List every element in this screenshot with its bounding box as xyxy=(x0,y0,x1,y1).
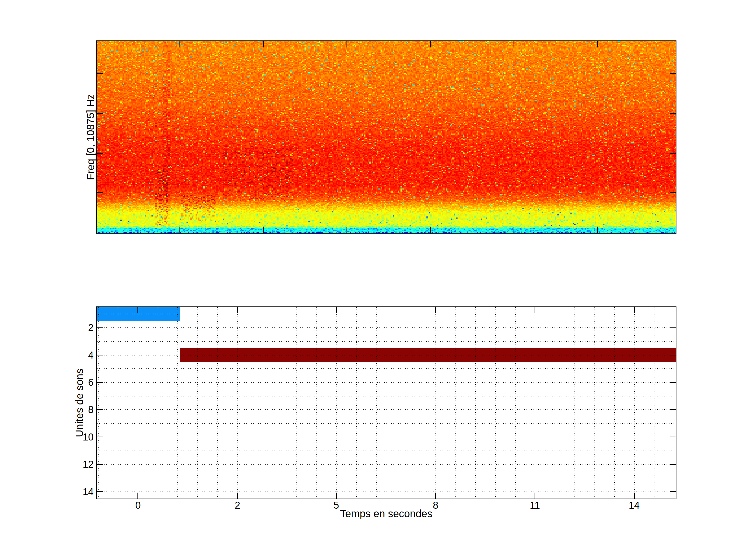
grid-line-h xyxy=(97,478,676,478)
grid-line-v xyxy=(674,307,674,499)
grid-line-v xyxy=(614,307,615,499)
spectrogram-y-tick xyxy=(670,153,676,154)
y-axis-tick xyxy=(670,436,676,437)
grid-line-v xyxy=(475,307,476,499)
x-axis-tick xyxy=(336,307,337,313)
y-axis-tick xyxy=(97,382,103,383)
grid-line-v xyxy=(634,307,635,499)
grid-line-h xyxy=(97,491,676,492)
y-axis-tick xyxy=(670,491,676,492)
spectrogram-x-tick xyxy=(597,41,598,48)
grid-line-v xyxy=(376,307,377,499)
grid-line-v xyxy=(574,307,575,499)
y-axis-tick xyxy=(97,409,103,410)
grid-line-v xyxy=(177,307,178,499)
x-tick-label: 2 xyxy=(220,499,256,511)
grid-line-v xyxy=(217,307,217,499)
spectrogram-y-tick xyxy=(670,113,676,114)
y-tick-label: 14 xyxy=(60,486,94,498)
grid-line-v xyxy=(416,307,416,499)
timeline-ylabel: Unites de sons xyxy=(73,325,85,481)
x-axis-tick xyxy=(435,307,436,313)
grid-line-v xyxy=(277,307,277,499)
grid-line-v xyxy=(118,307,118,499)
spectrogram-x-tick xyxy=(514,41,514,48)
x-axis-tick xyxy=(535,492,535,499)
grid-line-h xyxy=(97,464,676,464)
x-axis-tick xyxy=(634,492,635,499)
spectrogram-x-tick xyxy=(430,41,431,48)
spectrogram-y-tick xyxy=(97,113,103,114)
spectrogram-x-tick xyxy=(514,226,514,233)
spectrogram-x-tick xyxy=(346,41,347,48)
grid-line-v xyxy=(436,307,436,499)
grid-line-v xyxy=(257,307,257,499)
y-axis-tick xyxy=(670,355,676,355)
spectrogram-x-tick xyxy=(597,226,598,233)
spectrogram-image xyxy=(97,41,676,233)
y-axis-tick xyxy=(670,409,676,410)
grid-line-v xyxy=(535,307,535,499)
x-axis-tick xyxy=(634,307,635,313)
spectrogram-y-tick xyxy=(670,73,676,74)
grid-line-h xyxy=(97,327,676,328)
y-axis-tick xyxy=(97,436,103,437)
grid-line-v xyxy=(515,307,516,499)
grid-line-v xyxy=(98,307,99,499)
grid-line-h xyxy=(97,409,676,410)
grid-line-h xyxy=(97,355,676,355)
spectrogram-y-tick xyxy=(670,192,676,193)
x-axis-tick xyxy=(336,492,337,499)
y-axis-tick xyxy=(670,382,676,383)
y-axis-tick xyxy=(97,327,103,328)
grid-line-v xyxy=(158,307,158,499)
grid-line-v xyxy=(237,307,238,499)
grid-line-v xyxy=(594,307,595,499)
x-axis-tick xyxy=(237,307,238,313)
grid-line-h xyxy=(97,341,676,342)
spectrogram-x-tick xyxy=(430,226,431,233)
y-axis-tick xyxy=(670,464,676,465)
spectrogram-axes xyxy=(96,41,676,234)
spectrogram-x-tick xyxy=(179,41,180,48)
grid-line-h xyxy=(97,382,676,383)
timeline-xlabel: Temps en secondes xyxy=(308,508,464,519)
y-axis-tick xyxy=(97,491,103,492)
spectrogram-x-tick xyxy=(263,226,264,233)
grid-line-v xyxy=(336,307,337,499)
x-axis-tick xyxy=(237,492,238,499)
grid-line-h xyxy=(97,423,676,424)
grid-line-h xyxy=(97,396,676,396)
grid-line-v xyxy=(495,307,496,499)
spectrogram-x-tick xyxy=(179,226,180,233)
grid-line-v xyxy=(197,307,198,499)
grid-line-v xyxy=(316,307,317,499)
spectrogram-x-tick xyxy=(263,41,264,48)
spectrogram-x-tick xyxy=(346,226,347,233)
grid-line-h xyxy=(97,314,676,314)
x-tick-label: 14 xyxy=(616,499,652,511)
spectrogram-ylabel: Freq [0, 10875] Hz xyxy=(84,59,97,215)
x-axis-tick xyxy=(535,307,535,313)
grid-line-v xyxy=(138,307,138,499)
x-tick-label: 0 xyxy=(120,499,156,511)
y-axis-tick xyxy=(670,327,676,328)
grid-line-h xyxy=(97,368,676,369)
x-axis-tick xyxy=(435,492,436,499)
x-axis-tick xyxy=(137,307,138,313)
grid-line-v xyxy=(297,307,297,499)
spectrogram-y-tick xyxy=(97,153,103,154)
x-tick-label: 11 xyxy=(517,499,553,511)
grid-line-h xyxy=(97,451,676,451)
grid-line-v xyxy=(555,307,555,499)
y-axis-tick xyxy=(97,464,103,465)
spectrogram-y-tick xyxy=(97,192,103,193)
timeline-axes xyxy=(96,306,676,499)
grid-line-h xyxy=(97,437,676,437)
x-axis-tick xyxy=(137,492,138,499)
y-axis-tick xyxy=(97,355,103,355)
grid-line-v xyxy=(456,307,456,499)
grid-line-v xyxy=(396,307,396,499)
grid-line-v xyxy=(356,307,357,499)
spectrogram-y-tick xyxy=(97,73,103,74)
